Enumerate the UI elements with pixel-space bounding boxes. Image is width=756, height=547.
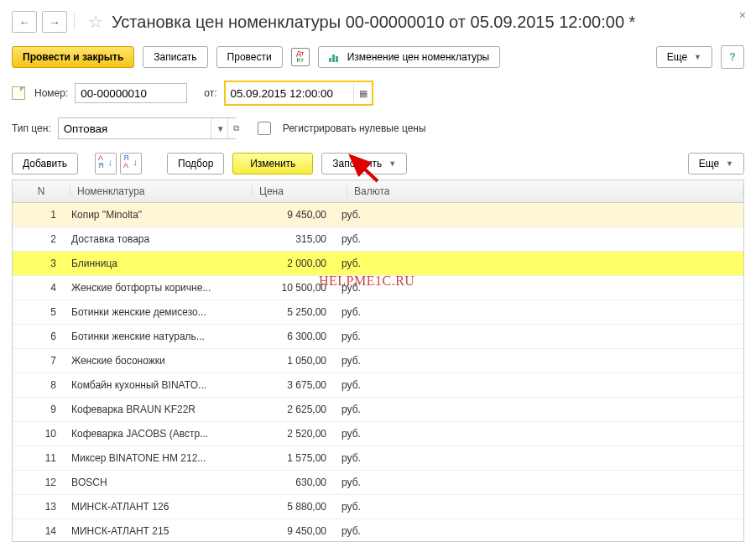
cell-price: 2 000,00 — [246, 258, 335, 269]
price-type-label: Тип цен: — [12, 122, 51, 134]
window-title: Установка цен номенклатуры 00-00000010 о… — [112, 13, 635, 32]
from-label: от: — [204, 87, 216, 99]
favorite-star-icon[interactable]: ☆ — [88, 12, 103, 32]
cell-n: 10 — [13, 428, 65, 440]
cell-n: 2 — [13, 233, 65, 245]
cell-name: Доставка товара — [65, 233, 246, 245]
cell-n: 6 — [13, 331, 65, 342]
price-type-select: ▼ ⧉ — [58, 117, 236, 139]
cell-currency: руб. — [335, 233, 743, 245]
table-row[interactable]: 5Ботинки женские демисезо...5 250,00руб. — [13, 300, 743, 325]
table-row[interactable]: 1Копир "Minolta"9 450,00руб. — [13, 203, 743, 227]
cell-name: Миксер BINATONE HM 212... — [65, 452, 246, 464]
cell-currency: руб. — [335, 452, 743, 464]
number-input[interactable] — [75, 83, 187, 103]
fill-button[interactable]: Заполнить▼ — [321, 153, 407, 175]
cell-currency: руб. — [335, 355, 743, 367]
number-label: Номер: — [34, 87, 68, 99]
post-and-close-button[interactable]: Провести и закрыть — [12, 46, 134, 68]
table-row[interactable]: 7Женские босоножки1 050,00руб. — [13, 349, 743, 373]
cell-n: 5 — [13, 306, 65, 318]
table-row[interactable]: 2Доставка товара315,00руб. — [13, 227, 743, 252]
cell-name: Ботинки женские натураль... — [65, 331, 246, 342]
cell-n: 11 — [13, 452, 65, 464]
more-button[interactable]: Еще▼ — [656, 46, 712, 68]
table-row[interactable]: 3Блинница2 000,00руб. — [13, 252, 743, 276]
col-name[interactable]: Номенклатура — [70, 185, 253, 197]
price-changes-button[interactable]: Изменение цен номенклатуры — [318, 46, 501, 68]
cell-name: МИНСК-АТЛАНТ 126 — [65, 501, 246, 513]
cell-name: Женские ботфорты коричне... — [65, 282, 246, 294]
nav-back-button[interactable]: ← — [12, 11, 37, 33]
cell-n: 1 — [13, 209, 65, 221]
col-currency[interactable]: Валюта — [347, 185, 743, 197]
cell-name: Кофеварка BRAUN KF22R — [65, 404, 246, 415]
close-button[interactable]: × — [739, 8, 746, 22]
cell-n: 7 — [13, 355, 65, 367]
change-button[interactable]: Изменить — [232, 153, 313, 175]
cell-price: 2 520,00 — [246, 428, 335, 440]
data-table: N Номенклатура Цена Валюта 1Копир "Minol… — [12, 180, 744, 542]
table-row[interactable]: 12BOSCH630,00руб. — [13, 471, 743, 495]
price-type-open-button[interactable]: ⧉ — [227, 118, 244, 138]
col-price[interactable]: Цена — [253, 185, 347, 197]
cell-n: 9 — [13, 404, 65, 415]
debit-credit-icon[interactable]: ДтКт — [291, 48, 310, 66]
cell-name: Блинница — [65, 258, 246, 269]
cell-price: 5 880,00 — [246, 501, 335, 513]
price-type-dropdown-button[interactable]: ▼ — [211, 118, 227, 138]
sort-asc-button[interactable]: АЯ↓ — [95, 153, 117, 175]
cell-currency: руб. — [335, 282, 743, 294]
cell-currency: руб. — [335, 258, 743, 269]
date-input[interactable] — [226, 84, 353, 102]
table-row[interactable]: 10Кофеварка JACOBS (Австр...2 520,00руб. — [13, 422, 743, 446]
table-row[interactable]: 4Женские ботфорты коричне...10 500,00руб… — [13, 276, 743, 300]
table-body[interactable]: 1Копир "Minolta"9 450,00руб.2Доставка то… — [13, 203, 743, 541]
cell-currency: руб. — [335, 209, 743, 221]
cell-currency: руб. — [335, 428, 743, 440]
table-row[interactable]: 13МИНСК-АТЛАНТ 1265 880,00руб. — [13, 495, 743, 519]
cell-n: 8 — [13, 379, 65, 391]
cell-price: 10 500,00 — [246, 282, 335, 294]
cell-price: 1 575,00 — [246, 452, 335, 464]
sort-desc-button[interactable]: ЯА↓ — [120, 153, 142, 175]
cell-price: 6 300,00 — [246, 331, 335, 342]
price-type-input[interactable] — [59, 118, 211, 138]
date-input-wrap: ▦ — [224, 81, 373, 106]
save-button[interactable]: Записать — [143, 46, 207, 68]
cell-currency: руб. — [335, 379, 743, 391]
cell-price: 1 050,00 — [246, 355, 335, 367]
cell-currency: руб. — [335, 477, 743, 488]
table-row[interactable]: 6Ботинки женские натураль...6 300,00руб. — [13, 325, 743, 349]
table-more-button[interactable]: Еще▼ — [688, 153, 744, 175]
cell-currency: руб. — [335, 525, 743, 537]
table-row[interactable]: 9Кофеварка BRAUN KF22R2 625,00руб. — [13, 398, 743, 422]
table-header: N Номенклатура Цена Валюта — [13, 180, 743, 203]
help-button[interactable]: ? — [721, 45, 744, 69]
table-row[interactable]: 8Комбайн кухонный BINATO...3 675,00руб. — [13, 373, 743, 398]
table-row[interactable]: 14МИНСК-АТЛАНТ 2159 450,00руб. — [13, 519, 743, 541]
table-row[interactable]: 11Миксер BINATONE HM 212...1 575,00руб. — [13, 446, 743, 471]
cell-price: 9 450,00 — [246, 209, 335, 221]
pick-button[interactable]: Подбор — [167, 153, 224, 175]
cell-name: Ботинки женские демисезо... — [65, 306, 246, 318]
calendar-button[interactable]: ▦ — [353, 84, 372, 102]
cell-name: Женские босоножки — [65, 355, 246, 367]
cell-n: 13 — [13, 501, 65, 513]
cell-n: 3 — [13, 258, 65, 269]
cell-price: 315,00 — [246, 233, 335, 245]
add-button[interactable]: Добавить — [12, 153, 78, 175]
cell-name: Кофеварка JACOBS (Австр... — [65, 428, 246, 440]
col-n[interactable]: N — [13, 185, 70, 197]
nav-forward-button[interactable]: → — [42, 11, 67, 33]
register-zero-checkbox[interactable] — [258, 122, 271, 135]
cell-name: Комбайн кухонный BINATO... — [65, 379, 246, 391]
cell-n: 4 — [13, 282, 65, 294]
cell-currency: руб. — [335, 404, 743, 415]
nav-separator — [74, 13, 75, 30]
cell-n: 12 — [13, 477, 65, 488]
post-button[interactable]: Провести — [216, 46, 283, 68]
cell-currency: руб. — [335, 331, 743, 342]
cell-n: 14 — [13, 525, 65, 537]
cell-name: МИНСК-АТЛАНТ 215 — [65, 525, 246, 537]
